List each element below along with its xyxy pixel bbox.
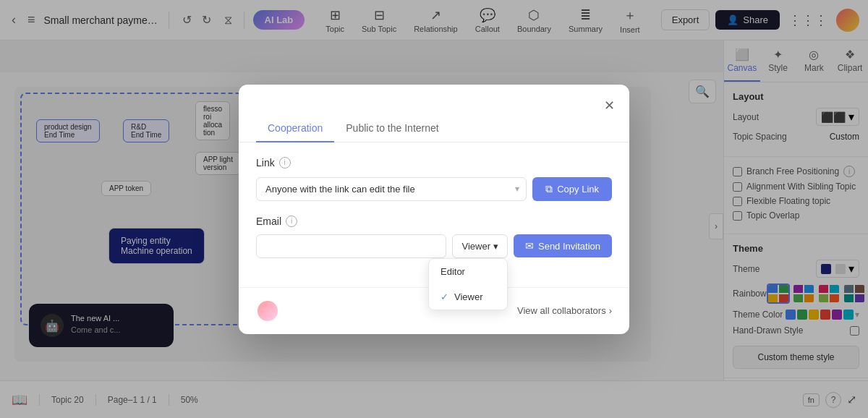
collaborator-avatar-1 [256, 299, 279, 323]
dropdown-viewer[interactable]: ✓ Viewer [429, 284, 507, 310]
collaborator-avatars [256, 299, 273, 323]
link-select-wrapper: Anyone with the link can edit the file A… [256, 177, 527, 201]
share-modal: ✕ Cooperation Public to the Internet Lin… [239, 85, 629, 334]
viewer-chevron-icon: ▾ [493, 241, 498, 252]
link-section-label: Link i [256, 157, 612, 169]
modal-close-button[interactable]: ✕ [601, 96, 618, 115]
modal-body: Link i Anyone with the link can edit the… [239, 142, 629, 287]
viewer-dropdown-button[interactable]: Viewer ▾ [452, 234, 508, 258]
footer-chevron-icon: › [609, 305, 612, 316]
email-row: Viewer ▾ Editor ✓ Viewer [256, 234, 612, 258]
view-all-collaborators-button[interactable]: View all collaborators › [517, 305, 612, 316]
tab-cooperation[interactable]: Cooperation [256, 115, 334, 142]
check-icon: ✓ [441, 291, 448, 302]
modal-overlay[interactable]: ✕ Cooperation Public to the Internet Lin… [0, 0, 868, 418]
copy-icon: ⧉ [545, 183, 553, 195]
modal-tabs: Cooperation Public to the Internet [239, 115, 629, 142]
email-section-label: Email i [256, 216, 612, 227]
dropdown-editor[interactable]: Editor [429, 259, 507, 284]
viewer-dropdown-wrapper: Viewer ▾ Editor ✓ Viewer [452, 234, 508, 258]
email-input[interactable] [256, 234, 446, 258]
send-invitation-button[interactable]: ✉ Send Invitation [514, 234, 612, 257]
email-info-icon[interactable]: i [286, 216, 297, 227]
tab-public[interactable]: Public to the Internet [334, 115, 450, 142]
modal-header: ✕ [239, 85, 629, 115]
send-icon: ✉ [525, 240, 534, 252]
link-info-icon[interactable]: i [279, 157, 291, 169]
viewer-dropdown-menu: Editor ✓ Viewer [428, 258, 508, 310]
link-row: Anyone with the link can edit the file A… [256, 177, 612, 201]
copy-link-button[interactable]: ⧉ Copy Link [532, 177, 612, 201]
link-permission-select[interactable]: Anyone with the link can edit the file A… [256, 177, 527, 201]
